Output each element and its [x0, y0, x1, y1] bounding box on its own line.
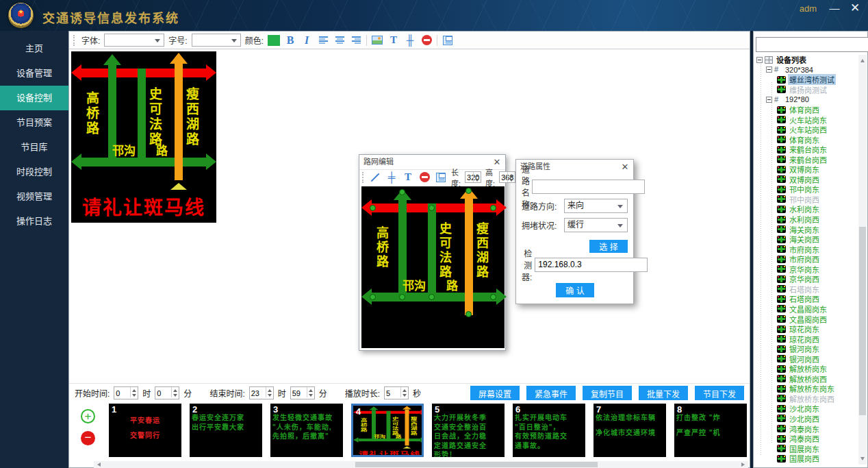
tree-device-item[interactable]: 水利岗东 — [755, 204, 858, 214]
confirm-button[interactable]: 确 认 — [556, 283, 594, 297]
length-spinner[interactable] — [465, 171, 481, 183]
sidebar-item-video-mgmt[interactable]: 视频管理 — [0, 184, 68, 209]
insert-image-button[interactable] — [371, 34, 383, 47]
tree-device-item[interactable]: 文昌阁岗东 — [755, 304, 858, 315]
tree-device-item[interactable]: 双博岗东 — [755, 164, 858, 175]
scroll-left-icon[interactable] — [95, 463, 101, 467]
sidebar-item-device-control[interactable]: 设备控制 — [0, 86, 68, 110]
start-hour-spinner[interactable] — [114, 386, 138, 399]
tree-device-item[interactable]: 双博岗西 — [755, 175, 858, 185]
duration-spinner[interactable] — [384, 386, 409, 399]
tree-group-192*80[interactable]: #192*80 — [755, 95, 858, 105]
tree-device-item[interactable]: 银河岗西 — [755, 354, 858, 364]
sidebar-item-time-control[interactable]: 时段控制 — [0, 160, 68, 184]
action-button-3[interactable]: 批量下发 — [639, 386, 688, 400]
road-handle[interactable] — [399, 294, 405, 300]
bold-button[interactable]: B — [284, 34, 296, 47]
start-minute-spinner[interactable] — [155, 386, 179, 399]
size-select[interactable] — [192, 34, 241, 47]
tree-device-item[interactable]: 琼花岗西 — [755, 334, 858, 344]
tree-device-item[interactable]: 国展岗东 — [755, 443, 858, 454]
height-spinner[interactable] — [499, 171, 515, 183]
road-handle[interactable] — [490, 205, 496, 211]
tree-device-item[interactable]: 市府岗西 — [755, 254, 858, 264]
playlist-item[interactable]: 3发生轻微交通事故"人未伤，车能动,先拍照，后撤离" — [270, 404, 343, 457]
tree-device-item[interactable]: 银河岗东 — [755, 344, 858, 354]
props-dialog-close-icon[interactable]: ✕ — [620, 160, 630, 174]
tree-device-item[interactable]: 文昌阁岗西 — [755, 314, 858, 324]
tree-device-item[interactable]: 解放桥岗东 — [755, 364, 858, 374]
tree-device-item[interactable]: 海关岗西 — [755, 234, 858, 245]
road-name-input[interactable] — [532, 180, 645, 194]
delete-button[interactable] — [418, 171, 431, 184]
road-direction-select[interactable]: 来向 — [564, 199, 628, 213]
tree-device-item[interactable]: 解放桥东岗东 — [755, 384, 858, 394]
tree-device-item[interactable]: 来鹤台岗东 — [755, 145, 858, 155]
text-tool-button[interactable]: T — [387, 34, 400, 47]
tree-device-item[interactable]: 来鹤台岗西 — [755, 154, 858, 164]
road-handle[interactable] — [429, 294, 435, 300]
end-minute-spinner[interactable] — [290, 386, 315, 399]
sidebar-item-op-log[interactable]: 操作日志 — [0, 209, 68, 234]
action-button-4[interactable]: 节目下发 — [695, 386, 744, 400]
tree-device-item[interactable]: 石塔岗西 — [755, 294, 858, 304]
scroll-down-icon[interactable] — [860, 457, 865, 463]
sidebar-item-program-lib[interactable]: 节目库 — [0, 135, 68, 160]
playlist-scrollbar[interactable] — [94, 461, 748, 468]
collapse-icon[interactable] — [756, 57, 763, 63]
tree-device-item[interactable]: 国展岗西 — [755, 454, 858, 464]
playlist-item[interactable]: 2春运安全连万家出行平安靠大家 — [190, 404, 262, 457]
tree-device-item[interactable]: 琼花岗东 — [755, 324, 858, 334]
road-handle[interactable] — [429, 205, 435, 211]
collapse-icon[interactable] — [766, 66, 772, 73]
remove-program-button[interactable]: − — [81, 431, 95, 445]
text-tool-button[interactable]: T — [402, 171, 414, 184]
tree-scrollbar[interactable] — [858, 55, 867, 465]
tree-device-item[interactable]: 鸿泰岗东 — [755, 423, 858, 434]
end-minute-input[interactable] — [291, 387, 306, 399]
color-swatch[interactable] — [268, 35, 280, 46]
action-button-1[interactable]: 紧急事件 — [526, 386, 576, 400]
align-center-button[interactable] — [333, 34, 346, 47]
tree-device-item[interactable]: 解放桥岗西 — [755, 374, 858, 384]
tree-device-item[interactable]: 火车站岗东 — [755, 114, 858, 125]
road-handle[interactable] — [465, 188, 472, 194]
playlist-item[interactable]: 8打击整改 "炸严查严控 "机 — [674, 404, 747, 457]
sidebar-item-program-plan[interactable]: 节目预案 — [0, 110, 68, 135]
italic-button[interactable]: I — [301, 34, 313, 47]
road-handle[interactable] — [370, 205, 376, 211]
sidebar-item-home[interactable]: 主页 — [0, 36, 68, 61]
tree-device-item[interactable]: 京华岗西 — [755, 274, 858, 284]
align-left-button[interactable] — [317, 34, 329, 47]
led-preview[interactable]: 高桥路 史可法路 瘦西湖路 邗沟 路 请礼让斑马线 — [71, 51, 216, 223]
tree-root-device-list[interactable]: 设备列表 — [755, 55, 858, 65]
roadnet-canvas[interactable]: 高桥路 史可法路 瘦西湖路 邗沟 路 — [361, 186, 505, 348]
save-button[interactable] — [442, 34, 454, 47]
road-handle[interactable] — [490, 294, 496, 300]
action-button-2[interactable]: 复制节目 — [583, 386, 632, 400]
playlist-item[interactable]: 5大力开展秋冬季交通安全整治百日会战，全力稳定道路交通安全形势！ — [432, 404, 505, 457]
tree-device-item[interactable]: 鸿泰岗西 — [755, 434, 858, 444]
scrollbar-thumb[interactable] — [859, 227, 866, 415]
tree-device-item[interactable]: 沙北岗东 — [755, 404, 858, 414]
end-hour-spinner[interactable] — [249, 386, 274, 399]
playlist-item[interactable]: 7依法治理非标车辆净化城市交通环境 — [593, 404, 666, 457]
tree-device-item[interactable]: 京华岗东 — [755, 264, 858, 274]
add-program-button[interactable]: + — [81, 409, 95, 423]
action-button-0[interactable]: 屏幕设置 — [470, 386, 520, 400]
font-select[interactable] — [104, 34, 164, 47]
tree-device-item[interactable]: 体育岗东 — [755, 134, 858, 145]
tree-device-item[interactable]: 市府岗东 — [755, 244, 858, 254]
roadnet-dialog-close-icon[interactable]: ✕ — [492, 155, 502, 169]
tree-device-item[interactable]: 维扬岗测试 — [755, 85, 858, 95]
end-hour-input[interactable] — [250, 387, 265, 399]
congestion-select[interactable]: 缓行 — [564, 218, 628, 232]
tree-group-320*384[interactable]: #320*384 — [755, 65, 858, 75]
tree-device-item[interactable]: 火车站岗西 — [755, 125, 858, 135]
playlist-item[interactable]: 6扎实开展电动车"百日整治"，有效预防道路交通事故。 — [513, 404, 585, 457]
tree-device-item[interactable]: 解放桥东岗西 — [755, 394, 858, 404]
save-button[interactable] — [435, 171, 447, 184]
tree-device-item[interactable]: 体育岗西 — [755, 105, 858, 115]
device-search-input[interactable] — [756, 37, 868, 52]
sidebar-item-device-mgmt[interactable]: 设备管理 — [0, 61, 68, 86]
